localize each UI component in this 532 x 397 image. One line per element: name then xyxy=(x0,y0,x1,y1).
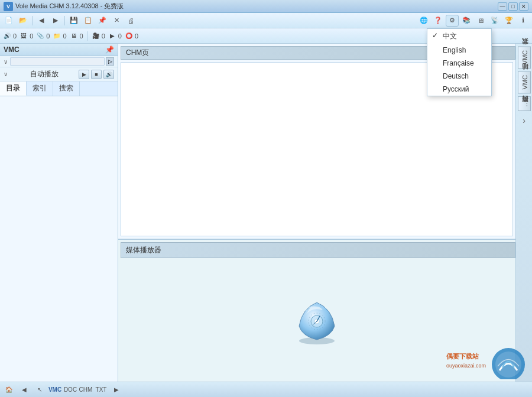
bottom-chm-btn[interactable]: CHM xyxy=(79,385,92,395)
play-btn[interactable]: ▶ xyxy=(79,70,89,79)
help-icon-btn[interactable]: ❓ xyxy=(432,15,445,27)
bottom-home-btn[interactable]: 🏠 xyxy=(2,385,15,395)
tab-toc[interactable]: 目录 xyxy=(0,82,27,96)
image-count: 🖼 0 xyxy=(19,31,33,41)
screen-count: 🖥 0 xyxy=(69,31,83,41)
folder-count: 📁 0 xyxy=(52,31,66,41)
bottom-doc-btn[interactable]: DOC xyxy=(64,385,77,395)
sep2 xyxy=(64,16,65,25)
open-button[interactable]: 📂 xyxy=(17,15,30,27)
small-btn[interactable]: ▷ xyxy=(106,57,114,66)
print-button[interactable]: 🖨 xyxy=(124,15,137,27)
vmc-title: VMC xyxy=(4,45,20,54)
volume-btn[interactable]: 🔊 xyxy=(103,70,114,79)
circle-count: ⭕ 0 xyxy=(124,31,138,41)
language-dropdown: 中文 English Française Deutsch Русский xyxy=(427,28,492,96)
play-badge: 0 xyxy=(118,32,122,40)
sidebar-tab-vmc-素[interactable]: VMC我素 xyxy=(518,46,531,69)
monitor-icon-btn[interactable]: 🖥 xyxy=(474,15,487,27)
sep3 xyxy=(87,31,87,41)
copy-button[interactable]: 📋 xyxy=(82,15,95,27)
auto-play-label: 自动播放 xyxy=(30,69,59,79)
bottom-cursor-btn[interactable]: ↖ xyxy=(33,385,46,395)
app-icon: V xyxy=(4,2,13,11)
media-player-icon xyxy=(290,294,343,347)
collapse-row: ∨ ▷ xyxy=(0,56,118,67)
play-count: ▶ 0 xyxy=(108,31,122,41)
scroll-area[interactable] xyxy=(10,57,105,66)
lang-french[interactable]: Française xyxy=(427,57,491,70)
auto-collapse-arrow[interactable]: ∨ xyxy=(4,71,8,77)
video-count: 🎥 0 xyxy=(91,31,105,41)
circle-icon: ⭕ xyxy=(124,31,134,41)
audio-badge: 0 xyxy=(13,32,17,40)
settings-icon-btn[interactable]: ⚙ xyxy=(446,15,459,27)
screen-icon: 🖥 xyxy=(69,31,79,41)
bottom-forward-btn[interactable]: ▶ xyxy=(110,385,123,395)
attach-icon: 📎 xyxy=(35,31,45,41)
lang-chinese[interactable]: 中文 xyxy=(427,29,491,44)
auto-play-row: ∨ 自动播放 ▶ ■ 🔊 xyxy=(0,67,118,82)
sep1 xyxy=(32,16,33,25)
media-header: 媒体播放器 xyxy=(121,242,515,258)
info-icon-btn[interactable]: ℹ xyxy=(517,15,530,27)
trophy-icon-btn[interactable]: 🏆 xyxy=(502,15,515,27)
bottom-back-btn[interactable]: ◀ xyxy=(18,385,31,395)
media-section: 媒体播放器 xyxy=(118,240,515,382)
tab-index[interactable]: 索引 xyxy=(27,82,53,96)
window-controls: — □ ✕ xyxy=(498,2,528,11)
book-icon-btn[interactable]: 📚 xyxy=(460,15,473,27)
play-icon: ▶ xyxy=(108,31,117,41)
stop-btn[interactable]: ■ xyxy=(91,70,102,79)
sidebar-tab-cloud[interactable]: 云网页公… xyxy=(518,96,531,111)
main-toolbar: 📄 📂 ◀ ▶ 💾 📋 📌 ✕ 🖨 🌐 ❓ ⚙ 📚 🖥 📡 🏆 ℹ xyxy=(0,13,532,28)
attach-count: 📎 0 xyxy=(35,31,50,41)
left-tabs: 目录 索引 搜索 xyxy=(0,82,118,96)
title-bar: V Vole Media CHM 3.12.40308 - 免费版 — □ ✕ xyxy=(0,0,532,13)
screen-badge: 0 xyxy=(80,32,83,40)
expand-icon[interactable]: › xyxy=(523,116,525,125)
sidebar-tab-vmc-辅助[interactable]: VMC辅助 xyxy=(518,71,531,93)
lang-russian[interactable]: Русский xyxy=(427,83,491,96)
bottom-vmc-btn[interactable]: VMC xyxy=(48,385,61,395)
left-content[interactable] xyxy=(0,96,118,382)
left-panel-header: VMC 📌 xyxy=(0,44,118,56)
pin-icon[interactable]: 📌 xyxy=(105,45,114,54)
lang-english[interactable]: English xyxy=(427,44,491,57)
folder-badge: 0 xyxy=(63,32,66,40)
video-icon: 🎥 xyxy=(91,31,100,41)
app-title: Vole Media CHM 3.12.40308 - 免费版 xyxy=(15,2,498,11)
bottom-txt-btn[interactable]: TXT xyxy=(95,385,108,395)
auto-play-controls: ▶ ■ 🔊 xyxy=(79,70,114,79)
folder-icon: 📁 xyxy=(52,31,61,41)
delete-button[interactable]: ✕ xyxy=(110,15,123,27)
video-badge: 0 xyxy=(102,32,105,40)
tab-search[interactable]: 搜索 xyxy=(53,82,80,96)
collapse-arrow[interactable]: ∨ xyxy=(4,58,8,65)
image-badge: 0 xyxy=(30,32,33,40)
bottom-toolbar: 🏠 ◀ ↖ VMC DOC CHM TXT ▶ xyxy=(0,382,532,397)
lang-german[interactable]: Deutsch xyxy=(427,70,491,83)
attach-badge: 0 xyxy=(46,32,50,40)
rss-icon-btn[interactable]: 📡 xyxy=(488,15,501,27)
paste-button[interactable]: 📌 xyxy=(96,15,109,27)
media-content-area[interactable] xyxy=(118,258,515,382)
image-icon: 🖼 xyxy=(19,31,28,41)
back-button[interactable]: ◀ xyxy=(35,15,48,27)
maximize-button[interactable]: □ xyxy=(508,2,518,11)
right-sidebar: VMC我素 VMC辅助 云网页公… › xyxy=(515,44,532,382)
minimize-button[interactable]: — xyxy=(498,2,507,11)
left-panel: VMC 📌 ∨ ▷ ∨ 自动播放 ▶ ■ 🔊 目录 索引 搜索 xyxy=(0,44,118,382)
new-button[interactable]: 📄 xyxy=(2,15,15,27)
circle-badge: 0 xyxy=(135,32,138,40)
save-button[interactable]: 💾 xyxy=(67,15,80,27)
audio-icon: 🔊 xyxy=(2,31,12,41)
globe-icon-btn[interactable]: 🌐 xyxy=(417,15,430,27)
close-button[interactable]: ✕ xyxy=(519,2,528,11)
audio-count: 🔊 0 xyxy=(2,31,17,41)
forward-button[interactable]: ▶ xyxy=(49,15,62,27)
